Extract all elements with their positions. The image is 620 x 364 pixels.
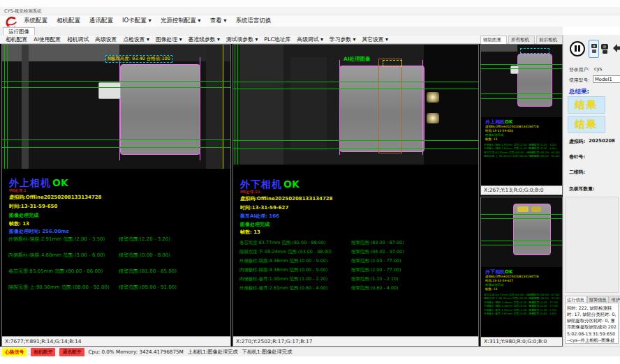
tool-spotcheck-settings[interactable]: 点检设置 ▾ [123,36,149,43]
alarm-text: 报警范围:(89.00 - 91.00) [119,284,177,291]
logout-back-arrow-icon[interactable] [611,42,620,57]
login-user-value: cys [594,66,602,72]
measurement-row: 内侧极柱-极耳:1.90mm 范围:(1.00 - 2.20)报警范围:(1.1… [239,276,477,285]
alarm-text: 报警范围:(2.00 - 77.00) [529,304,559,308]
ai-process-label: AI处理图像 [344,56,371,63]
tab-glow-mini [531,206,541,212]
tab-alarm-log[interactable]: 报警信息 [587,296,609,303]
measurement-row: 隔膜宽度-下:95.24mm 范围:(93.00 - 98.00)报警范围:(9… [239,249,477,258]
roi-rectangle-yellow [383,60,402,67]
tab-glow [427,92,439,103]
lower-camera-image[interactable]: AI处理图像 [233,45,478,165]
barcode-text: 虚拟码:Offline20250208133134728 [9,194,102,201]
menu-view[interactable]: 查看 ▾ [210,17,227,25]
window-top-strip [0,0,620,7]
tool-baseline-params[interactable]: 基准线参数 ▾ [189,36,220,43]
tool-other-settings[interactable]: 其它设置 ▾ [362,36,388,43]
result-ok: OK [52,177,68,188]
camera-capture-button[interactable] [589,40,599,58]
window-title: CYS-视觉检测系统 [4,8,42,14]
small-upper-camera-view: 外上相机OK 虚拟码:Offline20250208133134728 时间:1… [480,44,563,195]
small-lower-image[interactable] [481,197,562,267]
machine-column-right [206,45,224,169]
measure-text: 卷芯宽度:83.05mm 范围:(80.00 - 86.00) [8,268,103,275]
model-input[interactable]: Model1 [593,75,620,83]
alarm-text: 报警范围:(1.10 - 2.10) [529,308,556,312]
measure-text: 外侧极柱-隔膜:4.38mm 范围:(0.00 - 9.00) [239,258,327,264]
pause-button[interactable] [570,41,585,56]
tool-learning-params[interactable]: 学习参数 ▾ [330,36,356,43]
tool-advanced-debug[interactable]: 高级调试 ▾ [297,36,323,43]
menu-io-config[interactable]: IO卡配置 ▾ [122,17,152,25]
winding-pin-label: 卷针号: [569,153,585,160]
upper-camera-view: N极耳高度: 93.40 合格值:100 外上相机OK M6处理:1 虚拟码:O… [1,44,231,347]
alarm-text: 报警范围:(0.60 - 4.00) [529,312,556,315]
measurement-list: 外侧极柱-隔膜:2.91mm 范围:(2.00 - 3.50)报警范围:(2.2… [8,236,229,300]
tab-all-cameras[interactable]: 所有相机图 [508,36,535,44]
heartbeat-badge: 心跳信号 [2,348,27,356]
result-ok: OK [505,269,512,275]
toolbar: 相机配置 AI使用配置 相机调试 高级设置 点检设置 ▾ 图像处理 ▾ 基准线参… [0,35,563,44]
tool-camera-config[interactable]: 相机配置 [6,36,27,43]
tool-advanced-settings[interactable]: 高级设置 [95,36,117,43]
tab-maintenance-log[interactable]: 维护信息 [610,296,620,303]
virtual-code-label: 虚拟码: [569,138,585,145]
measure-line [233,89,478,89]
measure-text: 内侧极柱-极耳:1.90mm 范围:(1.00 - 2.20) [239,276,327,282]
alarm-text: 报警范围:(2.00 - 77.00) [351,267,401,273]
status-bar: 心跳信号 相机断开 通讯断开 Cpu: 0.0% Memory: 3424.41… [0,347,620,356]
tab-front-back-cameras[interactable]: 前后相机图 [536,36,563,44]
dark-chamber [424,45,478,165]
pixel-coordinate-bar: X:311;Y:980;R:0;G:0;B:0 [481,337,562,346]
measurement-row: 内侧极柱-隔膜:4.38mm 范围:(0.00 - 9.00)报警范围:(2.0… [239,267,477,276]
qr-code-label: 二维码: [569,169,585,176]
measure-line [2,139,230,140]
machine-part [240,45,283,165]
menu-camera-config[interactable]: 相机配置 [57,17,80,25]
measurement-list-mini: 外侧极柱-隔膜:2.91mm 范围:(2.00 - 3.50)报警范围:(2.2… [484,143,562,158]
tool-camera-debug[interactable]: 相机调试 [67,36,89,43]
measure-line [481,68,562,69]
barcode-text: 虚拟码:Offline20250208133134728 [240,195,333,202]
machine-column [22,45,29,169]
cpu-memory-text: Cpu: 0.0% Memory: 3424.41796875M [89,349,184,355]
tool-test-params[interactable]: 测试项参数 ▾ [226,36,258,43]
alarm-text: 报警范围:(0.00 - 8.00) [529,146,556,150]
alarm-text: 报警范围:(0.60 - 4.00) [351,285,399,291]
pixel-coordinate-bar: X:267;Y:13;R:0;G:0;B:0 [481,185,562,195]
menu-light-config[interactable]: 光源控制配置 ▾ [161,17,201,25]
measure-text: 卷芯宽度:83.77mm 范围:(82.00 - 88.00) [239,240,325,246]
measurement-row: 隔膜宽度-上:90.56mm 范围:(88.00 - 92.00)报警范围:(8… [484,154,562,158]
measure-line [481,218,562,219]
measure-line [481,214,562,215]
tool-plc-address[interactable]: PLC地址库 [264,36,290,43]
menu-bar: 系统配置 相机配置 通讯配置 IO卡配置 ▾ 光源控制配置 ▾ 查看 ▾ 系统语… [0,15,620,26]
empty-info-box [565,197,619,293]
alarm-text: 报警范围:(2.00 - 77.00) [351,258,401,264]
measure-text: 内侧极柱-隔膜:4.38mm 范围:(0.00 - 9.00) [239,267,327,273]
measure-text: 卷芯宽度:83.77mm 范围:(82.00 - 88.00) [484,293,535,296]
window-bottom-strip [0,356,620,364]
measurement-row: 隔膜宽度-上:90.56mm 范围:(88.00 - 92.00)报警范围:(8… [8,284,229,300]
tab-run-log[interactable]: 运行信息 [565,296,586,303]
menu-comm-config[interactable]: 通讯配置 [89,17,113,25]
camera-device-icon[interactable] [600,43,610,58]
tab-aux-display[interactable]: 辅助图显示 [480,36,507,44]
menu-system-config[interactable]: 系统配置 [24,17,47,25]
upper-camera-image[interactable]: N极耳高度: 93.40 合格值:100 [2,45,230,169]
measurement-row: 外侧极柱-极耳:2.61mm 范围:(0.60 - 4.00)报警范围:(0.6… [484,312,562,315]
run-log-text[interactable]: 耗时: 222, 缺陷检测耗时: 17, 缺陷分类耗时: 0, 缺陷提取分区耗时… [565,303,619,344]
alarm-text: 报警范围:(2.00 - 77.00) [529,301,559,304]
lower-camera-view: AI处理图像 外下相机OK M6处理:10 虚拟码:Offline2025020… [232,44,479,347]
alarm-text: 报警范围:(0.00 - 8.00) [119,252,170,259]
tool-image-processing[interactable]: 图像处理 ▾ [156,36,182,43]
time-text: 时间:13-31-59-650 [9,203,57,210]
menu-language-switch[interactable]: 系统语言切换 [236,17,272,25]
frames-text-mini: 帧数: 13 [485,287,497,291]
small-upper-image[interactable] [481,45,562,117]
result-display-1: 结果 [568,96,605,114]
alarm-text: 报警范围:(94.00 - 97.00) [529,296,560,300]
tool-ai-use-config[interactable]: AI使用配置 [34,36,61,43]
camera-name: 外下相机 [240,179,282,190]
guide-line-vertical [235,45,235,165]
